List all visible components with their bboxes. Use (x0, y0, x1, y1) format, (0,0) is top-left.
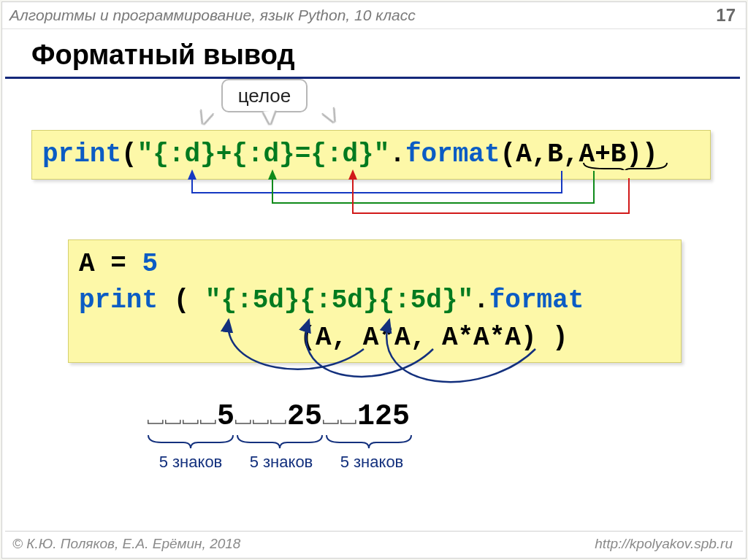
callout-integer: целое (221, 79, 308, 112)
output-brace-labels: 5 знаков 5 знаков 5 знаков (147, 453, 585, 472)
footer-url: http://kpolyakov.spb.ru (595, 536, 733, 552)
breadcrumb: Алгоритмы и программирование, язык Pytho… (9, 7, 416, 24)
output-row: ⎵⎵⎵⎵5⎵⎵⎵25⎵⎵125 (147, 400, 410, 433)
page-number: 17 (716, 5, 736, 26)
page-title: Форматный вывод (5, 29, 740, 79)
callout-tail (323, 107, 340, 124)
footer-copyright: © К.Ю. Поляков, Е.А. Ерёмин, 2018 (12, 536, 240, 552)
brace-label: 5 знаков (237, 453, 325, 472)
code-block-2: A = 5 print ( "{:5d}{:5d}{:5d}".format (… (68, 239, 682, 363)
callout-tail (198, 110, 213, 126)
callout-tail (263, 110, 275, 124)
brace-a-plus-b (582, 161, 670, 170)
brace-label: 5 знаков (328, 453, 416, 472)
code-block-1: print("{:d}+{:d}={:d}".format(A,B,A+B)) (31, 130, 711, 180)
brace-label: 5 знаков (147, 453, 234, 472)
